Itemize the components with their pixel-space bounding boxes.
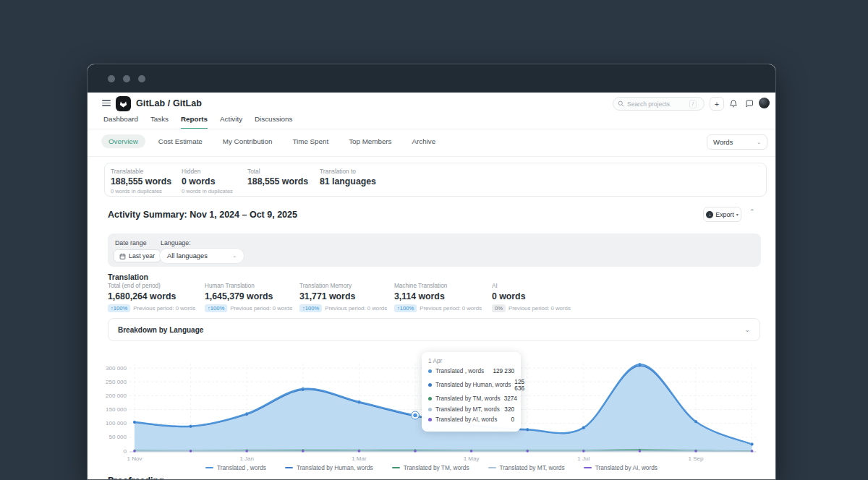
tooltip-series-label: Translated , words [435,368,489,374]
hamburger-menu-icon[interactable] [102,100,111,106]
tooltip-date: 1 Apr [428,357,514,364]
legend-color-dash [285,467,293,468]
tooltip-series-label: Translated by TM, words [435,395,501,402]
svg-text:100 000: 100 000 [106,420,127,427]
stat-total: Total 188,555 words [247,168,308,187]
legend-color-dash [205,467,213,468]
legend-item[interactable]: Translated by MT, words [488,464,565,471]
unit-select[interactable]: Words ⌄ [707,134,767,150]
tooltip-row: Translated by MT, words320 [428,406,514,413]
legend-color-dash [392,467,400,468]
filter-bar: Date range Last year Language: All langu… [108,233,761,267]
search-input[interactable] [627,100,686,108]
download-icon: ↓ [706,211,713,218]
stat-hidden: Hidden 0 words 0 words in duplicates [182,168,233,194]
trend-badge: ↑100% [299,304,322,312]
window-control-icon[interactable] [123,75,130,82]
tooltip-series-label: Translated by AI, words [435,416,507,423]
date-range-label: Date range [115,239,147,247]
calendar-icon [119,253,126,260]
search-icon [618,100,624,107]
trend-badge: ↑100% [394,304,417,312]
chart-legend: Translated , wordsTranslated by Human, w… [88,464,775,471]
subtab-time-spent[interactable]: Time Spent [285,134,336,148]
tooltip-series-value: 320 [504,406,514,413]
stat-ai: AI 0 words 0%Previous period: 0 words [492,283,571,312]
report-subtabs: Overview Cost Estimate My Contribution T… [101,134,443,148]
tooltip-row: Translated by AI, words0 [428,416,514,423]
legend-item[interactable]: Translated by Human, words [285,464,373,471]
tooltip-series-label: Translated by Human, words [435,382,511,388]
project-logo[interactable] [116,96,131,111]
activity-summary-title: Activity Summary: Nov 1, 2024 – Oct 9, 2… [108,210,297,220]
svg-text:1 Mar: 1 Mar [352,455,367,462]
svg-text:1 Jul: 1 Jul [577,455,590,462]
legend-label: Translated by MT, words [500,464,565,471]
desktop-background: GitLab / GitLab / + Dashboard Tasks [0,0,868,480]
tooltip-series-value: 3274 [504,395,517,402]
legend-color-dash [488,467,496,468]
window-control-icon[interactable] [108,75,115,82]
messages-icon[interactable] [745,98,754,111]
search-shortcut-key: / [689,100,697,108]
search-box[interactable]: / [613,97,705,111]
subtab-cost-estimate[interactable]: Cost Estimate [151,134,210,148]
legend-label: Translated by Human, words [297,464,373,471]
trend-badge: ↑100% [205,304,227,312]
collapse-section-icon[interactable]: ⌃ [749,208,755,215]
tooltip-series-value: 0 [511,416,514,423]
legend-item[interactable]: Translated , words [205,464,266,471]
project-nav-tabs: Dashboard Tasks Reports Activity Discuss… [103,115,292,129]
page-title: GitLab / GitLab [136,98,202,108]
legend-label: Translated , words [217,464,266,471]
proofreading-section-title: Proofreading [108,476,164,480]
tab-activity[interactable]: Activity [220,115,242,129]
legend-label: Translated by AI, words [595,464,658,471]
tab-reports[interactable]: Reports [181,115,208,129]
trend-badge: ↑100% [108,304,130,312]
series-color-dot [428,408,432,411]
tooltip-series-label: Translated by MT, words [435,406,501,413]
tooltip-series-value: 129 230 [493,368,514,374]
window-titlebar [88,64,775,93]
legend-item[interactable]: Translated by AI, words [584,464,658,471]
subtab-overview[interactable]: Overview [101,134,145,148]
notifications-bell-icon[interactable] [729,98,738,111]
language-select[interactable]: All languages ⌄ [159,248,244,264]
svg-text:250 000: 250 000 [106,379,127,385]
trend-badge: 0% [492,304,506,312]
add-button[interactable]: + [710,97,724,111]
series-color-dot [428,397,432,400]
legend-item[interactable]: Translated by TM, words [392,464,469,471]
stat-translation-memory: Translation Memory 31,771 words ↑100%Pre… [299,283,387,312]
subtab-my-contribution[interactable]: My Contribution [216,134,280,148]
svg-text:300 000: 300 000 [106,365,127,372]
tab-discussions[interactable]: Discussions [255,115,292,129]
svg-text:0: 0 [124,448,127,455]
breakdown-by-language-card[interactable]: Breakdown by Language ⌄ [108,318,760,341]
legend-label: Translated by TM, words [404,464,469,471]
chevron-down-icon: ⌄ [757,140,761,145]
chart-tooltip: 1 Apr Translated , words129 230Translate… [422,352,521,432]
svg-text:1 May: 1 May [464,455,480,462]
window-control-icon[interactable] [138,75,145,82]
svg-text:1 Nov: 1 Nov [127,455,142,462]
chevron-down-icon: ⌄ [744,326,750,333]
series-color-dot [428,369,432,373]
date-range-button[interactable]: Last year [114,249,161,262]
app-content: GitLab / GitLab / + Dashboard Tasks [88,93,775,480]
user-avatar[interactable] [759,98,770,108]
svg-text:1 Sep: 1 Sep [689,455,704,462]
app-header: GitLab / GitLab / + [88,93,775,114]
tab-dashboard[interactable]: Dashboard [103,115,138,129]
divider [88,129,775,129]
export-button[interactable]: ↓ Export ▾ [703,207,741,222]
tooltip-row: Translated , words129 230 [428,368,514,374]
tab-tasks[interactable]: Tasks [150,115,169,129]
chevron-down-icon: ▾ [736,212,739,217]
series-color-dot [428,418,432,421]
svg-text:50 000: 50 000 [109,434,127,440]
subtab-top-members[interactable]: Top Members [341,134,399,148]
summary-stats-card: Translatable 188,555 words 0 words in du… [104,163,767,197]
subtab-archive[interactable]: Archive [405,134,443,148]
